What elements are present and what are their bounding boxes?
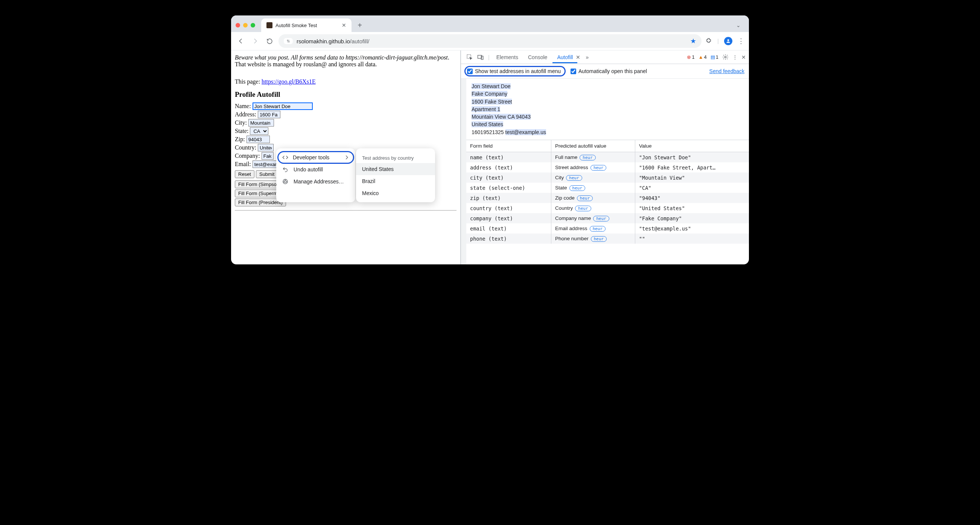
addr-street: 1600 Fake Street xyxy=(472,99,512,105)
table-row[interactable]: state (select-one)Stateheur"CA" xyxy=(466,183,749,193)
country-option-brazil[interactable]: Brazil xyxy=(356,175,435,187)
browser-menu-button[interactable]: ⋮ xyxy=(738,37,745,45)
cell-predicted: Cityheur xyxy=(551,172,635,183)
chevron-right-icon xyxy=(344,155,349,160)
tabs-dropdown-button[interactable]: ⌄ xyxy=(732,20,745,30)
new-tab-button[interactable]: + xyxy=(355,21,365,30)
more-tabs-button[interactable]: » xyxy=(583,54,591,60)
show-test-addresses-checkbox[interactable]: Show test addresses in autofill menu xyxy=(466,67,565,75)
cell-value: "" xyxy=(635,233,749,244)
browser-tab[interactable]: Autofill Smoke Test ✕ xyxy=(261,18,352,32)
content-area: Beware what you post. All forms send dat… xyxy=(231,51,749,264)
country-input[interactable] xyxy=(258,144,274,152)
th-predicted[interactable]: Predicted autofill value xyxy=(551,140,635,152)
chrome-icon xyxy=(282,179,289,185)
heur-badge: heur xyxy=(575,206,591,211)
info-count[interactable]: ▤1 xyxy=(711,54,718,60)
table-row[interactable]: phone (text)Phone numberheur"" xyxy=(466,233,749,244)
menu-undo-autofill[interactable]: Undo autofill xyxy=(276,163,355,176)
company-input[interactable] xyxy=(262,152,274,160)
close-tab-button[interactable]: ✕ xyxy=(342,22,346,28)
submit-button[interactable]: Submit xyxy=(256,170,278,178)
company-label: Company: xyxy=(235,153,260,159)
table-row[interactable]: city (text)Cityheur"Mountain View" xyxy=(466,172,749,183)
table-row[interactable]: name (text)Full nameheur"Jon Stewart Doe… xyxy=(466,152,749,163)
url-path: /autofill/ xyxy=(350,38,369,45)
profile-avatar-icon[interactable] xyxy=(724,37,732,45)
heur-badge: heur xyxy=(566,175,582,181)
forward-button[interactable] xyxy=(250,36,261,46)
checkbox-input[interactable] xyxy=(467,69,473,74)
reset-button[interactable]: Reset xyxy=(235,170,255,178)
cell-predicted: Email addressheur xyxy=(551,223,635,233)
country-option-us[interactable]: United States xyxy=(356,163,435,175)
city-input[interactable] xyxy=(248,119,274,126)
autofill-table: Form field Predicted autofill value Valu… xyxy=(466,140,749,244)
state-select[interactable]: CA xyxy=(250,127,268,135)
cell-field: name (text) xyxy=(466,152,551,163)
divider xyxy=(235,210,457,211)
devtools-options-row: Show test addresses in autofill menu Aut… xyxy=(461,64,749,79)
menu-label: Undo autofill xyxy=(294,166,323,172)
scrollbar[interactable] xyxy=(461,79,466,264)
heur-badge: heur xyxy=(591,236,607,242)
tab-strip: Autofill Smoke Test ✕ + ⌄ xyxy=(231,16,749,32)
bookmark-star-icon[interactable]: ★ xyxy=(690,37,696,45)
warning-count[interactable]: ▲4 xyxy=(698,54,707,60)
table-row[interactable]: company (text)Company nameheur"Fake Comp… xyxy=(466,213,749,223)
zip-label: Zip: xyxy=(235,136,245,143)
svg-point-8 xyxy=(724,56,726,57)
th-form-field[interactable]: Form field xyxy=(466,140,551,152)
checkbox-input[interactable] xyxy=(571,69,576,74)
table-row[interactable]: zip (text)Zip codeheur"94043" xyxy=(466,193,749,203)
table-row[interactable]: email (text)Email addressheur"test@examp… xyxy=(466,223,749,233)
address-bar[interactable]: rsolomakhin.github.io/autofill/ ★ xyxy=(278,34,702,48)
profile-autofill-heading: Profile Autofill xyxy=(235,90,457,99)
name-label: Name: xyxy=(235,103,251,110)
menu-label: Developer tools xyxy=(293,155,329,160)
cell-value: "Fake Company" xyxy=(635,213,749,223)
menu-manage-addresses[interactable]: Manage Addresses… xyxy=(276,176,355,188)
close-autofill-tab[interactable]: ✕ xyxy=(576,54,582,60)
heur-badge: heur xyxy=(579,155,596,160)
minimize-window-button[interactable] xyxy=(243,23,248,27)
table-row[interactable]: address (text)Street addressheur"1600 Fa… xyxy=(466,162,749,172)
cell-field: country (text) xyxy=(466,203,551,213)
device-toolbar-icon[interactable] xyxy=(475,52,486,62)
devtools-panel: | Elements Console Autofill ✕ » ⊗1 ▲4 ▤1… xyxy=(461,51,749,264)
table-row[interactable]: country (text)Countryheur"United States" xyxy=(466,203,749,213)
this-page-link[interactable]: https://goo.gl/B6Xs1E xyxy=(262,78,316,85)
email-label: Email: xyxy=(235,161,251,168)
send-feedback-link[interactable]: Send feedback xyxy=(710,68,745,74)
cell-predicted: Phone numberheur xyxy=(551,233,635,244)
autofill-address-preview: Jon Stewart Doe Fake Company 1600 Fake S… xyxy=(466,79,749,140)
reload-button[interactable] xyxy=(264,36,275,46)
autofill-context-menu: Developer tools Undo autofill xyxy=(276,148,435,202)
address-input[interactable] xyxy=(258,111,280,118)
th-value[interactable]: Value xyxy=(635,140,749,152)
extensions-icon[interactable] xyxy=(705,38,712,45)
devtools-menu-icon[interactable]: ⋮ xyxy=(732,54,738,60)
tab-autofill[interactable]: Autofill xyxy=(552,51,578,63)
menu-developer-tools[interactable]: Developer tools xyxy=(278,152,353,163)
inspect-icon[interactable] xyxy=(464,52,474,62)
svg-point-4 xyxy=(284,180,286,182)
country-option-mexico[interactable]: Mexico xyxy=(356,187,435,199)
maximize-window-button[interactable] xyxy=(251,23,255,27)
back-button[interactable] xyxy=(235,36,246,46)
addr-name: Jon Stewart Doe xyxy=(472,83,511,89)
error-count[interactable]: ⊗1 xyxy=(687,54,694,60)
cell-value: "Jon Stewart Doe" xyxy=(635,152,749,163)
addr-apt: Apartment 1 xyxy=(472,106,500,112)
cell-predicted: Full nameheur xyxy=(551,152,635,163)
web-page: Beware what you post. All forms send dat… xyxy=(231,51,461,264)
tab-console[interactable]: Console xyxy=(523,51,552,63)
zip-input[interactable] xyxy=(247,136,270,143)
close-devtools-button[interactable]: ✕ xyxy=(741,54,746,60)
site-info-button[interactable] xyxy=(284,38,293,44)
auto-open-checkbox[interactable]: Automatically open this panel xyxy=(571,68,647,74)
name-input[interactable] xyxy=(253,102,313,110)
close-window-button[interactable] xyxy=(235,23,240,27)
settings-icon[interactable] xyxy=(722,54,729,60)
tab-elements[interactable]: Elements xyxy=(492,51,523,63)
